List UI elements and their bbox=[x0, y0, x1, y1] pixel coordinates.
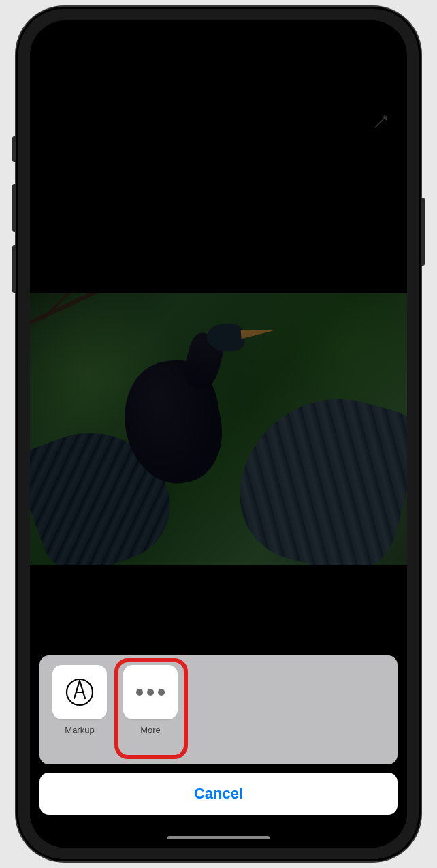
more-action[interactable]: More bbox=[120, 665, 181, 735]
action-sheet: Markup More Cancel bbox=[39, 655, 398, 815]
mute-switch bbox=[12, 136, 16, 162]
markup-action[interactable]: Markup bbox=[49, 665, 110, 735]
cancel-label: Cancel bbox=[194, 785, 243, 803]
screen: Markup More Cancel bbox=[30, 20, 407, 848]
power-button bbox=[421, 198, 425, 266]
markup-label: Markup bbox=[65, 725, 94, 735]
volume-down-button bbox=[12, 245, 16, 293]
home-indicator[interactable] bbox=[167, 836, 270, 839]
more-label: More bbox=[140, 725, 161, 735]
action-panel: Markup More bbox=[39, 655, 398, 764]
photo-edit-view: Markup More Cancel bbox=[30, 95, 407, 848]
markup-icon bbox=[52, 665, 107, 719]
photo-content bbox=[30, 293, 407, 565]
phone-device-frame: Markup More Cancel bbox=[16, 7, 421, 861]
volume-up-button bbox=[12, 184, 16, 232]
cancel-button[interactable]: Cancel bbox=[39, 773, 398, 815]
more-icon bbox=[123, 665, 178, 719]
